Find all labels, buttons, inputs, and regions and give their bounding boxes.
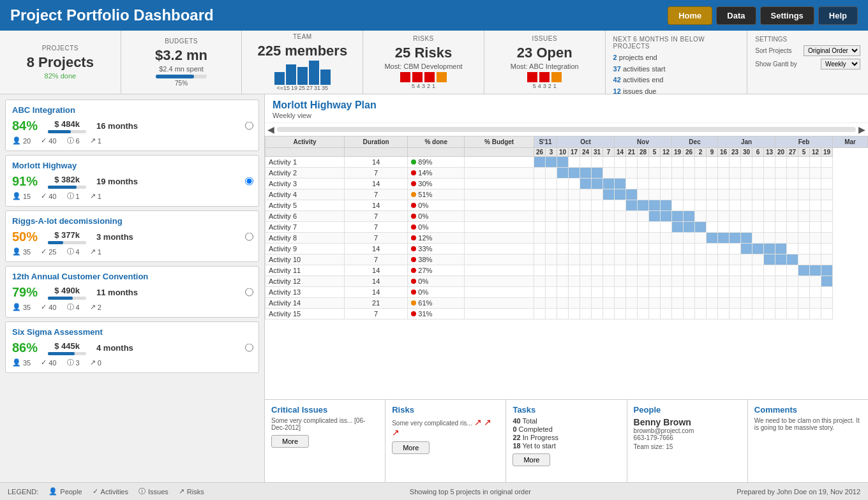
project-radio-3[interactable] xyxy=(245,288,253,296)
col-s11: S'11 xyxy=(534,136,557,148)
week-12a: 12 xyxy=(661,148,672,157)
footer-legend: LEGEND: 👤 People ✓ Activities ⓘ Issues ↗… xyxy=(8,487,204,496)
gantt-cell-3-1 xyxy=(546,189,557,200)
activity-name-11: Activity 12 xyxy=(266,276,345,287)
team-bar-4 xyxy=(309,61,319,85)
activity-duration-8: 14 xyxy=(344,244,407,254)
gantt-cell-10-11 xyxy=(661,265,672,276)
footer-center: Showing top 5 projects in original order xyxy=(410,488,531,496)
risks-more-button[interactable]: More xyxy=(392,441,430,454)
critical-issues-more-button[interactable]: More xyxy=(271,435,309,448)
activity-pct-done-13: 61% xyxy=(408,298,465,309)
issues-sub: Most: ABC Integration xyxy=(511,62,579,70)
gantt-cell-11-3 xyxy=(569,276,580,287)
activity-name-0: Activity 1 xyxy=(266,157,345,168)
tasks-more-button[interactable]: More xyxy=(513,453,550,466)
project-stats-2: 👤35 ✓25 ⓘ4 ↗1 xyxy=(12,247,252,256)
gantt-cell-6-18 xyxy=(741,222,752,233)
week-20: 20 xyxy=(775,148,787,157)
gantt-cell-6-8 xyxy=(626,222,638,233)
week-2: 2 xyxy=(695,148,707,157)
activity-duration-10: 14 xyxy=(344,265,407,276)
help-button[interactable]: Help xyxy=(818,6,858,25)
project-radio-0[interactable] xyxy=(245,121,253,129)
col-pct-budget: % Budget xyxy=(465,136,534,148)
gantt-cell-13-2 xyxy=(557,298,569,309)
gantt-cell-0-7 xyxy=(615,157,626,168)
project-budget-bar-4 xyxy=(48,352,86,355)
project-radio-4[interactable] xyxy=(245,343,253,351)
gantt-cell-6-12 xyxy=(672,222,684,233)
activity-pct-budget-9 xyxy=(465,254,534,265)
gantt-cell-11-23 xyxy=(798,276,810,287)
project-radio-1[interactable] xyxy=(245,177,253,185)
gantt-cell-12-12 xyxy=(672,287,684,298)
comments-title: Comments xyxy=(754,405,862,415)
data-button[interactable]: Data xyxy=(716,6,756,25)
sort-select[interactable]: Original Order Name Budget xyxy=(804,45,860,56)
scroll-track[interactable] xyxy=(277,127,856,132)
settings-button[interactable]: Settings xyxy=(760,6,814,25)
gantt-cell-11-19 xyxy=(752,276,764,287)
week-26a: 26 xyxy=(684,148,695,157)
gantt-cell-2-17 xyxy=(730,179,741,189)
project-budget-block-2: $ 377k xyxy=(48,230,86,244)
project-name-4: Six Sigma Assessment xyxy=(12,327,252,337)
gantt-cell-4-16 xyxy=(718,200,730,211)
week-21: 21 xyxy=(626,148,638,157)
gantt-cell-4-2 xyxy=(557,200,569,211)
gantt-cell-2-11 xyxy=(661,179,672,189)
gantt-cell-5-5 xyxy=(592,211,603,222)
legend-risks: ↗ Risks xyxy=(179,487,204,496)
gantt-info: 2 projects end 37 activities start 42 ac… xyxy=(613,52,740,97)
activity-duration-9: 7 xyxy=(344,254,407,265)
gantt-cell-5-8 xyxy=(626,211,638,222)
gantt-row-13: Activity 142161% xyxy=(266,298,868,309)
gantt-cell-4-11 xyxy=(661,200,672,211)
gantt-cell-3-24 xyxy=(810,189,821,200)
project-budget-1: $ 382k xyxy=(54,175,80,184)
gantt-cell-6-24 xyxy=(810,222,821,233)
gantt-cell-4-25 xyxy=(821,200,833,211)
dot-1 xyxy=(411,170,416,175)
gantt-cell-6-7 xyxy=(615,222,626,233)
gantt-cell-3-14 xyxy=(695,189,707,200)
gantt-cell-3-25 xyxy=(821,189,833,200)
gantt-cell-2-6 xyxy=(603,179,615,189)
ps-risks-3: ↗2 xyxy=(90,302,101,312)
projects-sub: 82% done xyxy=(45,72,77,80)
scroll-right-arrow[interactable]: ▶ xyxy=(858,124,865,135)
project-months-3: 11 months xyxy=(96,288,138,297)
gantt-cell-2-10 xyxy=(649,179,661,189)
gantt-table[interactable]: Activity Duration % done % Budget S'11 O… xyxy=(265,136,868,399)
activity-pct-done-8: 33% xyxy=(408,244,465,254)
show-select[interactable]: Weekly Monthly xyxy=(821,59,860,70)
gantt-cell-2-24 xyxy=(810,179,821,189)
gantt-cell-5-2 xyxy=(557,211,569,222)
gantt-cell-11-25 xyxy=(821,276,833,287)
ps-risks-4: ↗0 xyxy=(90,358,101,367)
project-stats-4: 👤35 ✓40 ⓘ3 ↗0 xyxy=(12,358,252,367)
gantt-cell-11-4 xyxy=(580,276,592,287)
gantt-cell-3-18 xyxy=(741,189,752,200)
activity-duration-4: 14 xyxy=(344,200,407,211)
gantt-cell-5-19 xyxy=(752,211,764,222)
activity-name-3: Activity 4 xyxy=(266,189,345,200)
people-email: brownb@project.com xyxy=(634,427,741,434)
risks-chart xyxy=(400,72,447,82)
budget-pct: 75% xyxy=(175,80,188,87)
dot-11 xyxy=(411,279,416,284)
scroll-left-arrow[interactable]: ◀ xyxy=(267,124,274,135)
ps-people-0: 👤20 xyxy=(12,136,31,145)
activity-pct-done-9: 38% xyxy=(408,254,465,265)
project-radio-2[interactable] xyxy=(245,232,253,240)
gantt-cell-5-17 xyxy=(730,211,741,222)
gantt-cell-7-4 xyxy=(580,233,592,244)
project-metrics-4: 86% $ 445k 4 months xyxy=(12,341,252,355)
gantt-cell-12-8 xyxy=(626,287,638,298)
gantt-cell-7-18 xyxy=(741,233,752,244)
home-button[interactable]: Home xyxy=(668,6,712,25)
week-27: 27 xyxy=(787,148,798,157)
week-28: 28 xyxy=(638,148,649,157)
gantt-cell-14-11 xyxy=(661,309,672,320)
